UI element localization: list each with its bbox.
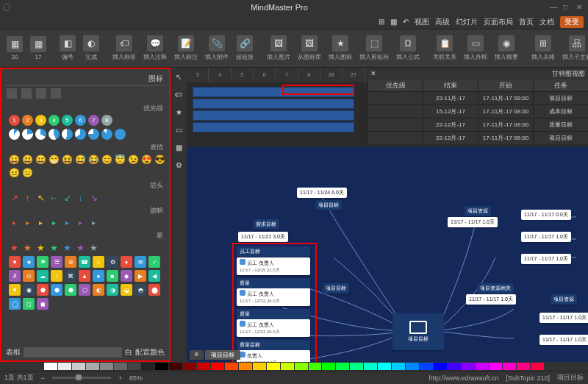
- misc-icon[interactable]: ⬣: [65, 284, 76, 296]
- star-icon[interactable]: ★: [75, 242, 86, 253]
- emoji-icon[interactable]: 😊: [101, 154, 112, 165]
- node-r2[interactable]: 11/17 - 11/17 0.0天: [521, 210, 571, 220]
- misc-icon[interactable]: ⚑: [37, 256, 49, 268]
- color-swatch[interactable]: [211, 363, 224, 370]
- misc-icon[interactable]: ⌘: [65, 270, 76, 282]
- misc-icon[interactable]: ⬟: [37, 284, 49, 296]
- star-icon[interactable]: ★: [62, 242, 73, 253]
- color-swatch[interactable]: [517, 363, 530, 370]
- priority-icon[interactable]: 3: [35, 115, 46, 126]
- minimize-icon[interactable]: —: [550, 3, 559, 12]
- progress-icon[interactable]: [35, 129, 46, 140]
- calendar-icon[interactable]: ▦: [173, 141, 184, 153]
- gantt-close-icon[interactable]: ✕: [370, 70, 376, 77]
- node-l3[interactable]: 员工 负责人 11/17 - 12/22 26.0天: [237, 288, 310, 306]
- misc-icon[interactable]: ◀: [148, 270, 160, 282]
- ribbon-button[interactable]: 🔗超链接: [234, 31, 256, 66]
- star-icon[interactable]: ★: [88, 242, 99, 253]
- misc-icon[interactable]: ◓: [135, 284, 146, 296]
- misc-icon[interactable]: ☎: [79, 256, 90, 268]
- misc-icon[interactable]: ◐: [93, 284, 104, 296]
- misc-icon[interactable]: ⊙: [23, 270, 35, 282]
- color-swatch[interactable]: [114, 363, 127, 370]
- gear-icon[interactable]: ⚙: [173, 159, 184, 171]
- misc-icon[interactable]: ⬤: [148, 284, 160, 296]
- ribbon-button[interactable]: Ω插入公式: [394, 31, 422, 66]
- ribbon-button[interactable]: ◐完成: [81, 31, 101, 66]
- color-swatch[interactable]: [350, 363, 363, 370]
- progress-icon[interactable]: [115, 129, 126, 140]
- color-swatch[interactable]: [183, 363, 196, 370]
- box-icon[interactable]: ▭: [173, 124, 184, 135]
- node-right-title[interactable]: 项目资源: [465, 206, 491, 216]
- color-swatch[interactable]: [155, 363, 168, 370]
- node-r1[interactable]: 11/17 - 11/17 1.0天: [448, 217, 498, 227]
- color-swatch[interactable]: [462, 363, 475, 370]
- menu-home[interactable]: 首页: [519, 17, 534, 27]
- zoom-out-icon[interactable]: −: [41, 374, 45, 382]
- emoji-icon[interactable]: 😅: [75, 154, 86, 165]
- misc-icon[interactable]: ♪: [51, 270, 62, 282]
- node-r3[interactable]: 11/17 - 11/17 1.0天: [521, 232, 571, 242]
- node-r4[interactable]: 11/17 - 11/17 1.0天: [521, 254, 571, 264]
- ribbon-button[interactable]: ▦30: [4, 31, 25, 66]
- misc-icon[interactable]: ♦: [121, 256, 132, 268]
- menu-icon[interactable]: ↶: [403, 18, 409, 26]
- tab-icon[interactable]: [36, 88, 46, 99]
- arrow-icon[interactable]: ↗: [9, 192, 20, 203]
- color-swatch[interactable]: [420, 363, 433, 370]
- priority-icon[interactable]: 7: [88, 115, 99, 126]
- star-icon[interactable]: ★: [22, 242, 33, 253]
- arrow-icon[interactable]: ↑: [22, 192, 33, 203]
- ribbon-button[interactable]: ⬚插入剪贴画: [357, 31, 391, 66]
- menu-view[interactable]: 视图: [415, 17, 429, 27]
- arrow-icon[interactable]: ←: [49, 192, 60, 203]
- arrow-icon[interactable]: ↙: [62, 192, 73, 203]
- color-swatch[interactable]: [336, 363, 349, 370]
- misc-icon[interactable]: ⌂: [93, 256, 104, 268]
- emoji-icon[interactable]: 😇: [115, 154, 126, 165]
- star-icon[interactable]: ★: [35, 242, 46, 253]
- flag-icon[interactable]: ▸: [75, 217, 86, 228]
- node-rbot2[interactable]: 11/17 - 11/17 1.0天: [539, 313, 588, 323]
- node-l5[interactable]: 负责人 11/17 - 11/17 2.0天: [237, 350, 310, 362]
- emoji-icon[interactable]: 😐: [9, 167, 20, 178]
- flag-icon[interactable]: ▸: [35, 217, 46, 228]
- misc-icon[interactable]: ⊕: [65, 256, 76, 268]
- misc-icon[interactable]: ▼: [9, 284, 21, 296]
- progress-icon[interactable]: [75, 129, 86, 140]
- misc-icon[interactable]: ◻: [23, 298, 35, 310]
- color-swatch[interactable]: [281, 363, 294, 370]
- node-rmid-date[interactable]: 11/17 - 11/17 1.0天: [466, 294, 516, 305]
- misc-icon[interactable]: ⬡: [79, 284, 90, 296]
- node-top-title[interactable]: 项目目标: [315, 200, 342, 210]
- menu-advanced[interactable]: 高级: [435, 17, 450, 27]
- priority-icon[interactable]: 2: [22, 115, 33, 126]
- node-rmid[interactable]: 项目资源相关: [477, 283, 514, 294]
- menu-review[interactable]: 受受: [560, 16, 584, 28]
- ribbon-button[interactable]: ▦17: [28, 31, 49, 66]
- node-l1-date[interactable]: 11/17 - 11/21 3.0天: [238, 232, 288, 242]
- node-rbot3[interactable]: 11/17 - 11/17 1.0天: [539, 335, 588, 345]
- node-l2[interactable]: 员工 负责人 11/17 - 12/15 21.0天: [237, 257, 310, 275]
- gantt-bar[interactable]: [193, 110, 354, 121]
- color-input[interactable]: [24, 347, 122, 358]
- arrow-icon[interactable]: ↘: [88, 192, 99, 203]
- misc-icon[interactable]: ♥: [9, 256, 21, 268]
- ribbon-button[interactable]: 🖼从图标库: [295, 31, 323, 66]
- flag-icon[interactable]: ▸: [22, 217, 33, 228]
- misc-icon[interactable]: ⚙: [107, 256, 118, 268]
- star-icon[interactable]: ★: [49, 242, 60, 253]
- misc-icon[interactable]: ■: [107, 270, 118, 282]
- priority-icon[interactable]: 1: [9, 115, 20, 126]
- color-swatch[interactable]: [476, 363, 489, 370]
- priority-icon[interactable]: 5: [62, 115, 73, 126]
- ribbon-button[interactable]: ◉插入概要: [492, 31, 520, 66]
- emoji-icon[interactable]: 😃: [22, 154, 33, 165]
- color-swatch[interactable]: [141, 363, 154, 370]
- close-icon[interactable]: ✕: [576, 3, 585, 12]
- menu-file[interactable]: 文档: [539, 17, 554, 27]
- ribbon-button[interactable]: ▭插入外框: [462, 31, 490, 66]
- emoji-icon[interactable]: 😉: [128, 154, 139, 165]
- emoji-icon[interactable]: 😂: [88, 154, 99, 165]
